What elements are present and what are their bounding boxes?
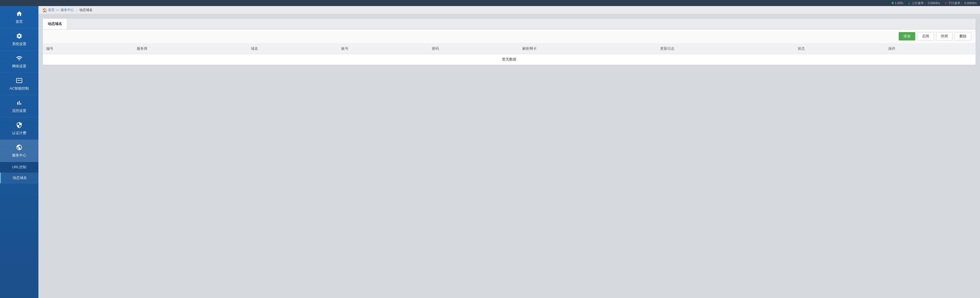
upload-value: 0.00KB/s	[928, 2, 940, 5]
sidebar-sub-label-ddns: 动态域名	[13, 175, 27, 180]
content-area: 🏠 首页 >> 服务中心 → 动态域名 动态域名 添加 启用 停用	[38, 6, 980, 298]
sidebar-item-network[interactable]: 网络设置	[0, 51, 38, 73]
cpu-label: 1.00%	[895, 2, 904, 5]
download-icon: ▼	[944, 2, 947, 5]
cpu-indicator	[892, 2, 894, 4]
col-domain: 域名	[248, 43, 338, 54]
sidebar-sub-item-ddns[interactable]: 动态域名	[0, 173, 38, 183]
breadcrumb-current: 动态域名	[80, 8, 92, 12]
sidebar-item-auth[interactable]: 认证计费	[0, 117, 38, 139]
sidebar-label-system: 系统设置	[12, 42, 26, 46]
upload-label: 上行速率：	[912, 1, 927, 5]
col-provider: 服务商	[134, 43, 248, 54]
flow-icon	[15, 99, 23, 107]
ddns-table: 编号 服务商 域名 账号 密码 解析网卡 更新日志 状态 操作	[43, 43, 975, 65]
col-account: 账号	[338, 43, 428, 54]
empty-text: 暂无数据	[43, 54, 975, 65]
auth-icon	[15, 121, 23, 129]
sidebar-sub-label-url: URL控制	[12, 165, 26, 170]
breadcrumb-home-link[interactable]: 首页	[48, 8, 55, 12]
breadcrumb-home-icon: 🏠	[42, 8, 47, 12]
add-button[interactable]: 添加	[899, 32, 915, 40]
card-toolbar: 添加 启用 停用 删除	[43, 29, 975, 43]
sidebar-label-flow: 流控设置	[12, 108, 26, 113]
service-icon	[15, 144, 23, 151]
col-password: 密码	[428, 43, 519, 54]
download-label: 下行速率：	[948, 1, 963, 5]
breadcrumb-service-link[interactable]: 服务中心	[60, 8, 74, 12]
sidebar: 首页 系统设置 网络设置 AC智能控制	[0, 6, 38, 298]
col-action: 操作	[885, 43, 975, 54]
col-log: 更新日志	[657, 43, 794, 54]
col-status: 状态	[794, 43, 885, 54]
download-rate: ▼ 下行速率： 0.00KB/s	[944, 1, 977, 5]
col-number: 编号	[43, 43, 134, 54]
delete-button[interactable]: 删除	[955, 32, 971, 40]
download-value: 0.00KB/s	[964, 2, 977, 5]
upload-rate: ▲ 上行速率： 0.00KB/s	[908, 1, 940, 5]
breadcrumb-sep2: →	[75, 8, 78, 12]
cpu-usage: 1.00%	[892, 2, 904, 5]
col-nic: 解析网卡	[519, 43, 657, 54]
enable-button[interactable]: 启用	[917, 32, 934, 40]
sidebar-label-service: 服务中心	[12, 153, 26, 158]
upload-icon: ▲	[908, 2, 910, 5]
page-content: 动态域名 添加 启用 停用 删除 编号 服务	[38, 14, 980, 298]
main-card: 动态域名 添加 启用 停用 删除 编号 服务	[43, 19, 975, 65]
sidebar-item-home[interactable]: 首页	[0, 6, 38, 28]
sidebar-label-home: 首页	[16, 19, 23, 24]
sidebar-label-ac: AC智能控制	[10, 86, 29, 91]
table-empty-row: 暂无数据	[43, 54, 975, 65]
ac-icon	[15, 77, 23, 84]
sidebar-label-network: 网络设置	[12, 64, 26, 69]
sidebar-label-auth: 认证计费	[12, 131, 26, 136]
card-header: 动态域名	[43, 19, 975, 29]
network-icon	[15, 54, 23, 62]
tab-ddns-label: 动态域名	[48, 22, 62, 26]
settings-icon	[15, 32, 23, 40]
table-body: 暂无数据	[43, 54, 975, 65]
top-bar: 1.00% ▲ 上行速率： 0.00KB/s ▼ 下行速率： 0.00KB/s	[0, 0, 980, 6]
breadcrumb-sep1: >>	[56, 8, 60, 12]
sidebar-item-service[interactable]: 服务中心	[0, 139, 38, 162]
table-header-row: 编号 服务商 域名 账号 密码 解析网卡 更新日志 状态 操作	[43, 43, 975, 54]
home-icon	[15, 10, 23, 18]
table-head: 编号 服务商 域名 账号 密码 解析网卡 更新日志 状态 操作	[43, 43, 975, 54]
sidebar-item-ac[interactable]: AC智能控制	[0, 73, 38, 95]
sidebar-item-system[interactable]: 系统设置	[0, 28, 38, 51]
table-container: 编号 服务商 域名 账号 密码 解析网卡 更新日志 状态 操作	[43, 43, 975, 65]
disable-button[interactable]: 停用	[936, 32, 953, 40]
tab-ddns[interactable]: 动态域名	[43, 19, 67, 29]
sidebar-sub-item-url[interactable]: URL控制	[0, 162, 38, 173]
main-layout: 首页 系统设置 网络设置 AC智能控制	[0, 6, 980, 298]
breadcrumb: 🏠 首页 >> 服务中心 → 动态域名	[38, 6, 980, 14]
sidebar-item-flow[interactable]: 流控设置	[0, 95, 38, 117]
